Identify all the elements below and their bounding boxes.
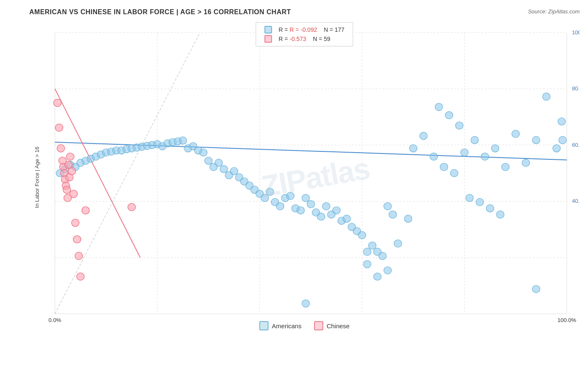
svg-text:100.0%: 100.0% — [557, 317, 576, 324]
svg-point-100 — [542, 93, 550, 100]
svg-point-102 — [558, 118, 565, 125]
svg-point-106 — [455, 122, 463, 129]
scatter-plot: 100.0% 80.0% 60.0% 40.0% 0.0% 100.0% — [29, 20, 580, 335]
svg-point-104 — [435, 103, 442, 111]
chart-title: AMERICAN VS CHINESE IN LABOR FORCE | AGE… — [29, 8, 580, 16]
legend-box: R = R = -0.092 N = 177 R = -0.573 N = 59 — [256, 22, 353, 46]
svg-point-89 — [430, 153, 437, 161]
svg-point-61 — [261, 194, 268, 202]
svg-point-134 — [73, 236, 81, 243]
y-axis-label: In Labor Force | Age > 16 — [34, 147, 40, 208]
svg-point-113 — [404, 215, 412, 222]
legend-r-americans: R = R = -0.092 — [279, 26, 317, 33]
svg-point-66 — [286, 192, 294, 200]
svg-point-119 — [55, 124, 63, 131]
svg-point-85 — [384, 202, 391, 210]
svg-point-115 — [486, 204, 494, 212]
svg-point-114 — [476, 198, 483, 206]
svg-point-136 — [77, 273, 84, 281]
svg-point-49 — [199, 149, 207, 156]
svg-point-69 — [302, 194, 309, 202]
svg-point-77 — [343, 215, 350, 222]
svg-text:80.0%: 80.0% — [572, 85, 580, 92]
svg-point-93 — [471, 136, 478, 144]
svg-point-70 — [307, 200, 314, 208]
legend-item-chinese: Chinese — [314, 321, 350, 330]
svg-point-99 — [532, 136, 540, 144]
svg-point-86 — [389, 211, 396, 218]
svg-point-108 — [373, 273, 381, 281]
chart-container: AMERICAN VS CHINESE IN LABOR FORCE | AGE… — [0, 0, 588, 373]
svg-text:60.0%: 60.0% — [572, 142, 580, 148]
svg-point-116 — [496, 211, 504, 218]
svg-point-118 — [54, 99, 61, 107]
svg-point-91 — [450, 169, 458, 177]
svg-point-120 — [57, 145, 64, 152]
svg-point-94 — [481, 153, 488, 161]
legend-row-americans: R = R = -0.092 N = 177 — [264, 26, 344, 33]
svg-text:40.0%: 40.0% — [572, 198, 580, 204]
svg-text:100.0%: 100.0% — [572, 29, 580, 36]
svg-point-52 — [215, 159, 222, 166]
svg-point-117 — [466, 194, 473, 202]
legend-r-chinese: R = -0.573 — [279, 36, 306, 42]
svg-point-88 — [419, 132, 427, 140]
legend-label-chinese: Chinese — [327, 322, 350, 330]
svg-point-87 — [409, 145, 417, 152]
svg-point-138 — [128, 203, 135, 211]
svg-point-50 — [205, 157, 212, 165]
svg-point-72 — [317, 213, 325, 220]
svg-point-84 — [379, 252, 386, 260]
bottom-legend: Americans Chinese — [259, 321, 350, 330]
svg-point-98 — [522, 159, 529, 166]
svg-point-64 — [276, 202, 284, 210]
svg-point-82 — [368, 242, 376, 249]
svg-point-73 — [322, 202, 330, 210]
svg-point-133 — [72, 219, 79, 227]
svg-point-68 — [297, 207, 304, 214]
legend-row-chinese: R = -0.573 N = 59 — [264, 35, 344, 43]
svg-point-111 — [302, 300, 309, 307]
svg-point-97 — [512, 130, 519, 138]
svg-point-137 — [82, 207, 89, 214]
svg-line-20 — [55, 33, 200, 314]
legend-swatch-americans — [264, 26, 272, 33]
svg-point-92 — [460, 149, 468, 156]
svg-point-81 — [363, 248, 371, 255]
svg-point-103 — [559, 136, 566, 144]
svg-point-110 — [532, 285, 540, 293]
legend-n-americans: N = 177 — [324, 26, 344, 33]
svg-point-53 — [220, 165, 228, 173]
source-text: Source: ZipAtlas.com — [528, 8, 580, 15]
legend-item-americans: Americans — [259, 321, 302, 330]
svg-point-101 — [553, 145, 560, 152]
svg-point-90 — [440, 163, 447, 171]
legend-swatch-chinese-bottom — [314, 321, 323, 330]
svg-point-105 — [445, 112, 453, 119]
svg-point-126 — [63, 186, 71, 194]
svg-point-80 — [358, 232, 366, 239]
svg-point-96 — [501, 163, 509, 171]
svg-point-109 — [384, 267, 391, 274]
svg-point-107 — [363, 261, 371, 268]
legend-label-americans: Americans — [272, 322, 302, 330]
svg-point-131 — [68, 167, 76, 175]
svg-text:0.0%: 0.0% — [49, 317, 61, 324]
svg-point-130 — [66, 153, 74, 161]
svg-point-55 — [230, 167, 238, 175]
svg-point-135 — [75, 252, 82, 260]
chart-area: In Labor Force | Age > 16 ZIPatlas R = R… — [29, 20, 580, 335]
legend-n-chinese: N = 59 — [313, 36, 330, 42]
svg-point-45 — [179, 137, 187, 144]
svg-point-95 — [491, 145, 499, 152]
legend-swatch-chinese — [264, 35, 272, 43]
svg-point-75 — [332, 207, 340, 214]
legend-swatch-americans-bottom — [259, 321, 268, 330]
svg-point-62 — [266, 188, 274, 196]
svg-point-112 — [394, 240, 401, 247]
svg-point-132 — [70, 190, 77, 198]
